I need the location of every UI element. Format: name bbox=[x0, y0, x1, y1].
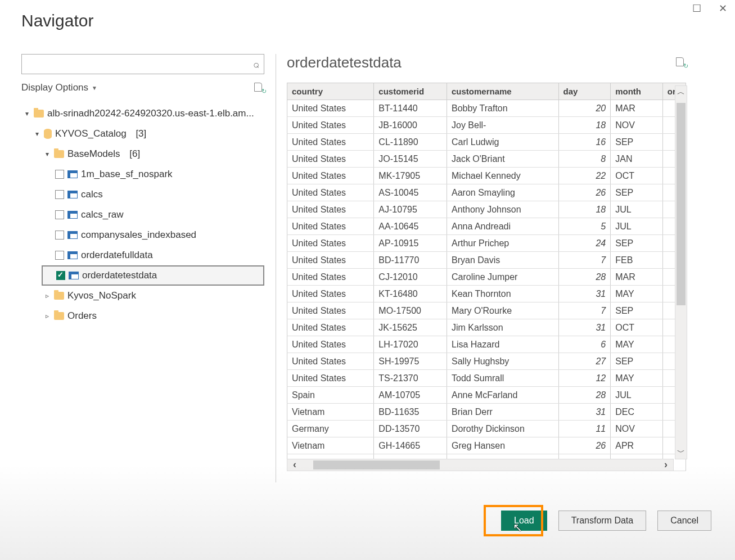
tree-item[interactable]: calcs bbox=[21, 184, 264, 205]
cell-day: 12 bbox=[558, 370, 611, 387]
cell-customername: Greg Hansen bbox=[447, 437, 559, 454]
display-options-dropdown[interactable]: Display Options ▼ bbox=[21, 82, 97, 93]
cell-country: Vietnam bbox=[287, 437, 374, 454]
table-header-row: country customerid customername day mont… bbox=[287, 83, 686, 100]
tree-item[interactable]: companysales_indexbased bbox=[21, 225, 264, 245]
table-row[interactable]: United StatesJB-16000Joy Bell-18NOV bbox=[287, 117, 686, 134]
cell-day: 7 bbox=[558, 302, 611, 319]
table-row[interactable]: United StatesJK-15625Jim Karlsson31OCT bbox=[287, 319, 686, 336]
col-country[interactable]: country bbox=[287, 83, 374, 100]
cell-month: NOV bbox=[611, 421, 663, 437]
scroll-thumb[interactable] bbox=[677, 103, 686, 305]
checkbox-checked[interactable] bbox=[56, 271, 65, 280]
tree-orders-node[interactable]: ▹ Orders bbox=[21, 306, 264, 326]
tree-catalog-node[interactable]: ▾ KYVOS_Catalog [3] bbox=[21, 124, 264, 144]
table-row[interactable]: VietnamBD-11635Brian Derr31DEC bbox=[287, 404, 686, 421]
table-row[interactable]: United StatesMK-17905Michael Kennedy22OC… bbox=[287, 168, 686, 184]
table-row[interactable]: United StatesLH-17020Lisa Hazard6MAY bbox=[287, 336, 686, 353]
table-row[interactable]: United StatesJO-15145Jack O'Briant8JAN bbox=[287, 151, 686, 168]
cell-customerid: AJ-10795 bbox=[374, 201, 447, 218]
cell-country: United States bbox=[287, 319, 374, 336]
table-row[interactable]: United StatesCJ-12010Caroline Jumper28MA… bbox=[287, 269, 686, 286]
maximize-icon[interactable]: ☐ bbox=[689, 2, 705, 15]
collapse-icon[interactable]: ▾ bbox=[34, 130, 40, 138]
table-icon bbox=[67, 251, 78, 259]
checkbox[interactable] bbox=[55, 251, 64, 260]
table-row[interactable]: United StatesAJ-10795Anthony Johnson18JU… bbox=[287, 201, 686, 218]
table-row[interactable]: United StatesSH-19975Sally Hughsby27SEP bbox=[287, 353, 686, 370]
checkbox[interactable] bbox=[55, 231, 64, 240]
table-row[interactable]: United StatesAP-10915Arthur Prichep24SEP bbox=[287, 235, 686, 252]
scroll-right-icon[interactable]: › bbox=[664, 459, 668, 471]
refresh-tree-icon[interactable] bbox=[254, 83, 264, 93]
tree-item[interactable]: orderdatefulldata bbox=[21, 245, 264, 265]
scroll-left-icon[interactable]: ‹ bbox=[293, 459, 296, 471]
table-row[interactable]: United StatesAS-10045Aaron Smayling26SEP bbox=[287, 184, 686, 201]
cell-country: United States bbox=[287, 168, 374, 184]
vertical-scrollbar[interactable]: ︿ ﹀ bbox=[675, 85, 687, 459]
col-day[interactable]: day bbox=[558, 83, 611, 100]
tree-root-label: alb-srinadh20242-624920320.us-east-1.elb… bbox=[47, 108, 254, 119]
cell-customername: Jack O'Briant bbox=[447, 151, 559, 168]
table-row[interactable]: United StatesBD-11770Bryan Davis7FEB bbox=[287, 252, 686, 269]
cell-country: United States bbox=[287, 353, 374, 370]
close-icon[interactable]: ✕ bbox=[715, 2, 731, 15]
table-row[interactable]: United StatesTS-21370Todd Sumrall12MAY bbox=[287, 370, 686, 387]
search-icon[interactable]: ⌕ bbox=[253, 58, 259, 70]
tree-nospark-node[interactable]: ▹ Kyvos_NoSpark bbox=[21, 286, 264, 306]
tree-item[interactable]: calcs_raw bbox=[21, 205, 264, 225]
checkbox[interactable] bbox=[55, 210, 64, 219]
table-row[interactable]: United StatesKT-16480Kean Thornton31MAY bbox=[287, 286, 686, 302]
col-customerid[interactable]: customerid bbox=[374, 83, 447, 100]
table-row[interactable]: United StatesMO-17500Mary O'Rourke7SEP bbox=[287, 302, 686, 319]
cell-month: FEB bbox=[611, 252, 663, 269]
scroll-down-icon[interactable]: ﹀ bbox=[675, 448, 687, 458]
folder-icon bbox=[34, 110, 44, 118]
table-row[interactable]: VietnamGH-14665Greg Hansen26APR bbox=[287, 437, 686, 454]
search-box[interactable]: ⌕ bbox=[21, 54, 264, 74]
cell-customername: Mary O'Rourke bbox=[447, 302, 559, 319]
table-row[interactable]: United StatesBT-11440Bobby Trafton20MAR bbox=[287, 100, 686, 117]
tree-basemodels-node[interactable]: ▾ BaseModels [6] bbox=[21, 144, 264, 164]
expand-icon[interactable]: ▹ bbox=[44, 312, 51, 320]
transform-data-button[interactable]: Transform Data bbox=[558, 511, 647, 531]
cell-country: United States bbox=[287, 151, 374, 168]
table-icon bbox=[67, 231, 78, 239]
cell-customerid: TS-21370 bbox=[374, 370, 447, 387]
load-button[interactable]: Load bbox=[501, 511, 547, 531]
tree-item-label: calcs bbox=[81, 189, 103, 200]
table-row[interactable]: United StatesAA-10645Anna Andreadi5JUL bbox=[287, 218, 686, 235]
table-row[interactable]: GermanyDD-13570Dorothy Dickinson11NOV bbox=[287, 421, 686, 437]
col-customername[interactable]: customername bbox=[447, 83, 559, 100]
expand-icon[interactable]: ▹ bbox=[44, 292, 51, 300]
horizontal-scrollbar[interactable]: ‹ › bbox=[287, 459, 674, 471]
cancel-button[interactable]: Cancel bbox=[657, 511, 711, 531]
cell-country: United States bbox=[287, 286, 374, 302]
scroll-thumb[interactable] bbox=[313, 460, 440, 469]
cell-month: NOV bbox=[611, 117, 663, 134]
tree-item[interactable]: 1m_base_sf_nospark bbox=[21, 164, 264, 184]
search-input[interactable] bbox=[26, 59, 253, 69]
table-row[interactable]: United StatesCL-11890Carl Ludwig16SEP bbox=[287, 134, 686, 151]
tree-item-label: companysales_indexbased bbox=[81, 229, 196, 241]
tree-basemodels-label: BaseModels bbox=[67, 148, 120, 160]
table-row[interactable]: SpainAM-10705Anne McFarland28JUL bbox=[287, 387, 686, 404]
checkbox[interactable] bbox=[55, 190, 64, 199]
cell-customername: Anna Andreadi bbox=[447, 218, 559, 235]
collapse-icon[interactable]: ▾ bbox=[24, 110, 30, 118]
cell-month: SEP bbox=[611, 184, 663, 201]
tree-root-node[interactable]: ▾ alb-srinadh20242-624920320.us-east-1.e… bbox=[21, 103, 264, 124]
collapse-icon[interactable]: ▾ bbox=[44, 150, 51, 158]
table-icon bbox=[67, 191, 78, 198]
cell-customerid: JK-15625 bbox=[374, 319, 447, 336]
cell-customerid: MO-17500 bbox=[374, 302, 447, 319]
scroll-up-icon[interactable]: ︿ bbox=[675, 87, 687, 97]
refresh-preview-icon[interactable] bbox=[676, 57, 686, 67]
cell-day: 5 bbox=[558, 218, 611, 235]
cell-customername: Sally Hughsby bbox=[447, 353, 559, 370]
dialog-title: Navigator bbox=[21, 11, 93, 30]
checkbox[interactable] bbox=[55, 170, 64, 179]
col-month[interactable]: month bbox=[611, 83, 663, 100]
cell-customerid: KT-16480 bbox=[374, 286, 447, 302]
tree-item-selected[interactable]: orderdatetestdata bbox=[42, 265, 264, 286]
